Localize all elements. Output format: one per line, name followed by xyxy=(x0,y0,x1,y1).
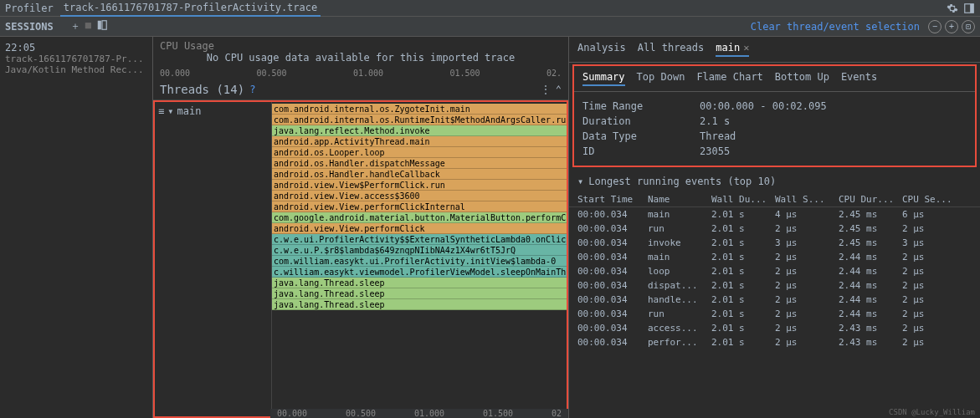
event-row[interactable]: 00:00.034dispat...2.01 s2 μs2.44 ms2 μs xyxy=(569,278,980,293)
ruler-tick: 00.000 xyxy=(277,409,307,418)
event-cell: 2.01 s xyxy=(711,308,772,319)
event-cell: 3 μs xyxy=(902,237,962,248)
stack-frame[interactable]: java.lang.reflect.Method.invoke xyxy=(272,125,567,136)
stack-frame[interactable]: c.w.e.u.P.$r8$lambda$649znqpNIibNA4z1X4w… xyxy=(272,245,567,256)
event-cell: 2.01 s xyxy=(711,337,772,348)
summary-key: Duration xyxy=(582,115,700,127)
subtab-bottom-up[interactable]: Bottom Up xyxy=(775,71,829,86)
stack-frame[interactable]: java.lang.Thread.sleep xyxy=(272,299,567,310)
stack-frame[interactable]: android.view.View.performClick xyxy=(272,223,567,234)
stack-frame[interactable]: com.android.internal.os.RuntimeInit$Meth… xyxy=(272,115,567,125)
stack-frame[interactable]: android.app.ActivityThread.main xyxy=(272,136,567,147)
summary-value: 00:00.000 - 00:02.095 xyxy=(700,100,827,112)
events-col-header[interactable]: Start Time xyxy=(577,194,644,205)
close-icon[interactable]: ✕ xyxy=(743,42,749,54)
stack-frame[interactable]: android.view.View.access$3600 xyxy=(272,191,567,201)
event-cell: 00:00.034 xyxy=(577,209,644,220)
hamburger-icon[interactable]: ≡ xyxy=(158,105,164,117)
events-col-header[interactable]: Wall Du... xyxy=(711,194,772,205)
event-cell: 2 μs xyxy=(902,323,962,334)
event-cell: 2.44 ms xyxy=(839,294,899,305)
summary-value: 2.1 s xyxy=(700,115,730,127)
event-cell: 2 μs xyxy=(775,337,835,348)
event-row[interactable]: 00:00.034access...2.01 s2 μs2.43 ms2 μs xyxy=(569,321,980,335)
event-row[interactable]: 00:00.034invoke2.01 s3 μs2.45 ms3 μs xyxy=(569,236,980,250)
stack-frame[interactable]: java.lang.Thread.sleep xyxy=(272,278,567,288)
tab-all-threads[interactable]: All threads xyxy=(638,42,704,57)
event-cell: 2.01 s xyxy=(711,280,772,291)
layout-icon[interactable] xyxy=(96,19,108,31)
stack-frame[interactable]: android.os.Looper.loop xyxy=(272,147,567,158)
ruler-tick: 02. xyxy=(546,69,562,78)
collapse-up-icon[interactable]: ⌃ xyxy=(556,84,562,95)
event-cell: handle... xyxy=(648,294,708,305)
stack-frame[interactable]: android.os.Handler.dispatchMessage xyxy=(272,158,567,169)
stack-frame[interactable]: c.william.easykt.viewmodel.ProfilerViewM… xyxy=(272,267,567,278)
stack-frame[interactable]: com.william.easykt.ui.ProfilerActivity.i… xyxy=(272,256,567,267)
subtab-flame-chart[interactable]: Flame Chart xyxy=(696,71,762,86)
help-icon[interactable]: ? xyxy=(249,84,255,95)
event-row[interactable]: 00:00.034loop2.01 s2 μs2.44 ms2 μs xyxy=(569,264,980,278)
panel-toggle-icon[interactable] xyxy=(963,3,975,14)
events-col-header[interactable]: Name xyxy=(648,194,708,205)
event-row[interactable]: 00:00.034run2.01 s2 μs2.45 ms2 μs xyxy=(569,222,980,236)
sessions-panel: 22:05 track-1661176701787-Pr... Java/Kot… xyxy=(0,37,153,418)
event-cell: 2 μs xyxy=(902,308,962,319)
event-row[interactable]: 00:00.034run2.01 s2 μs2.44 ms2 μs xyxy=(569,307,980,321)
event-cell: 2 μs xyxy=(775,323,835,334)
event-row[interactable]: 00:00.034perfor...2.01 s2 μs2.43 ms2 μs xyxy=(569,335,980,349)
chevron-down-icon[interactable]: ▾ xyxy=(167,105,173,117)
stack-frame[interactable]: android.view.View$PerformClick.run xyxy=(272,180,567,191)
gear-icon[interactable] xyxy=(947,3,958,14)
stack-frame[interactable]: c.w.e.ui.ProfilerActivity$$ExternalSynth… xyxy=(272,234,567,245)
event-cell: 00:00.034 xyxy=(577,280,644,291)
timeline-ruler-bottom: 00.00000.50001.00001.50002 xyxy=(270,409,568,418)
more-icon[interactable]: ⋮ xyxy=(541,84,551,95)
event-cell: 2 μs xyxy=(902,223,962,234)
event-cell: 2.44 ms xyxy=(839,308,899,319)
stack-frame[interactable]: com.android.internal.os.ZygoteInit.main xyxy=(272,104,567,115)
event-row[interactable]: 00:00.034main2.01 s4 μs2.45 ms6 μs xyxy=(569,207,980,222)
summary-row: ID23055 xyxy=(582,144,967,159)
summary-highlight: SummaryTop DownFlame ChartBottom UpEvent… xyxy=(572,64,977,167)
events-col-header[interactable]: Wall S... xyxy=(775,194,835,205)
zoom-out-icon[interactable]: − xyxy=(928,20,942,33)
event-cell: 4 μs xyxy=(775,209,835,220)
svg-rect-3 xyxy=(102,21,106,30)
trace-tab[interactable]: track-1661176701787-ProfilerActivity.tra… xyxy=(60,0,321,17)
tab-analysis[interactable]: Analysis xyxy=(577,42,626,57)
ruler-tick: 02 xyxy=(552,409,562,418)
event-cell: 00:00.034 xyxy=(577,337,644,348)
subtab-summary[interactable]: Summary xyxy=(582,71,625,86)
flame-chart[interactable]: com.android.internal.os.ZygoteInit.mainc… xyxy=(272,102,567,416)
stack-frame[interactable]: android.view.View.performClickInternal xyxy=(272,201,567,212)
subtab-top-down[interactable]: Top Down xyxy=(637,71,685,86)
zoom-in-icon[interactable]: + xyxy=(945,20,958,33)
event-cell: 00:00.034 xyxy=(577,266,644,277)
analysis-panel: AnalysisAll threadsmain✕ SummaryTop Down… xyxy=(569,37,980,418)
thread-name-main[interactable]: main xyxy=(177,105,201,117)
event-row[interactable]: 00:00.034handle...2.01 s2 μs2.44 ms2 μs xyxy=(569,293,980,307)
events-col-header[interactable]: CPU Se... xyxy=(902,194,962,205)
event-cell: perfor... xyxy=(648,337,708,348)
stack-frame[interactable]: com.google.android.material.button.Mater… xyxy=(272,212,567,223)
tab-main[interactable]: main✕ xyxy=(716,42,749,57)
subtab-events[interactable]: Events xyxy=(841,71,877,86)
event-row[interactable]: 00:00.034main2.01 s2 μs2.44 ms2 μs xyxy=(569,250,980,264)
events-col-header[interactable]: CPU Dur... xyxy=(839,194,899,205)
session-title[interactable]: track-1661176701787-Pr... xyxy=(5,54,147,64)
clear-selection-link[interactable]: Clear thread/event selection xyxy=(751,21,920,33)
stack-frame[interactable]: android.os.Handler.handleCallback xyxy=(272,169,567,180)
event-cell: 2.44 ms xyxy=(839,280,899,291)
stack-frame[interactable]: java.lang.Thread.sleep xyxy=(272,288,567,299)
summary-key: Time Range xyxy=(582,100,700,112)
collapse-icon[interactable]: ▾ xyxy=(577,176,583,187)
event-cell: 2.01 s xyxy=(711,266,772,277)
stop-icon[interactable]: ■ xyxy=(85,19,91,33)
event-cell: access... xyxy=(648,323,708,334)
zoom-fit-icon[interactable]: ⊡ xyxy=(962,20,975,33)
summary-table: Time Range00:00.000 - 00:02.095Duration2… xyxy=(574,92,975,166)
add-session-icon[interactable]: ＋ xyxy=(70,19,80,33)
event-cell: 2.01 s xyxy=(711,209,772,220)
event-cell: 00:00.034 xyxy=(577,252,644,263)
